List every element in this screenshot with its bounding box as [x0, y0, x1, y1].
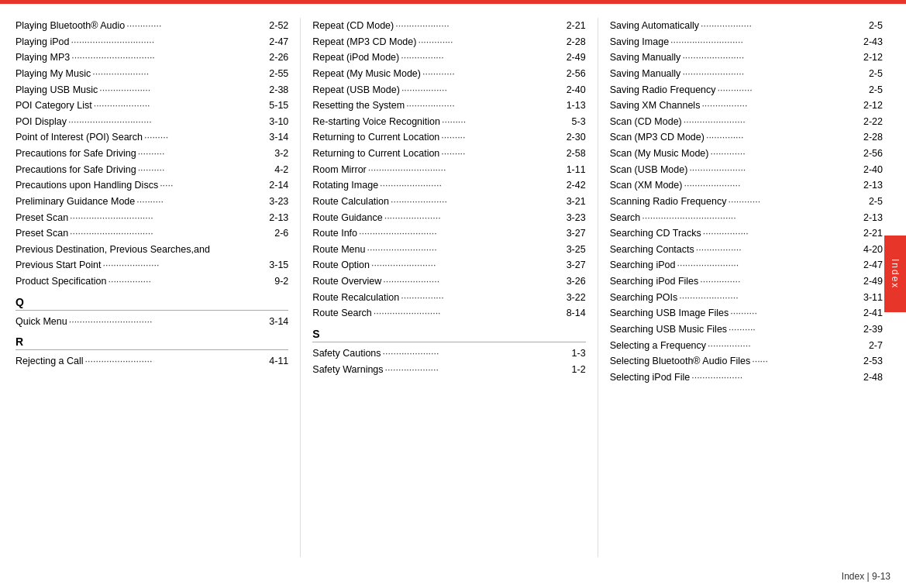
entry-page: 2-5: [869, 66, 883, 82]
entry-dots: ·····: [158, 177, 269, 194]
entry-name: Selecting iPod File: [610, 370, 691, 386]
entry-dots: ··················: [405, 98, 566, 114]
content-area: Playing Bluetooth® Audio·············2-5…: [0, 4, 906, 565]
entry-dots: ·········: [439, 146, 566, 162]
entry-name: Repeat (CD Mode): [312, 18, 394, 34]
list-item: Repeat (My Music Mode)············2-56: [312, 66, 585, 82]
entry-page: 2-40: [567, 82, 586, 98]
entry-dots: ·····························: [367, 162, 567, 178]
list-item: Searching iPod Files···············2-49: [610, 273, 883, 290]
entry-dots: ··········: [136, 162, 275, 178]
list-item: Saving Radio Frequency·············2-5: [610, 82, 883, 98]
entry-name: Saving Radio Frequency: [610, 82, 716, 98]
entry-page: 2-53: [863, 353, 883, 370]
entry-name: Route Search: [312, 305, 371, 322]
list-item: Route Search·························8-1…: [312, 305, 585, 322]
entry-name: Playing Bluetooth® Audio: [16, 18, 125, 34]
list-item: Route Option························3-27: [312, 257, 585, 273]
list-item: Playing My Music·····················2-5…: [16, 66, 288, 82]
list-item: Playing iPod····························…: [16, 34, 288, 50]
list-item: Saving Manually·······················2-…: [610, 50, 883, 66]
entry-name: Searching Contacts: [610, 242, 694, 258]
entry-dots: ·········: [440, 114, 572, 130]
entry-dots: ············: [726, 194, 868, 210]
entry-dots: ························: [370, 257, 567, 273]
list-item: Previous Start Point····················…: [16, 257, 288, 273]
entry-dots: ·······························: [68, 210, 269, 226]
entry-dots: ···················: [98, 82, 269, 98]
entry-page: 3-22: [567, 290, 586, 306]
entry-dots: ···································: [640, 210, 863, 226]
entry-page: 2-42: [567, 177, 586, 194]
entry-page: 3-10: [269, 114, 288, 130]
entry-dots: ······················: [677, 290, 863, 306]
entry-page: 2-13: [863, 210, 883, 226]
entry-dots: ·············: [125, 18, 269, 34]
entry-page: 2-58: [567, 146, 586, 162]
entry-name: Repeat (My Music Mode): [312, 66, 421, 82]
entry-dots: ·················: [400, 82, 567, 98]
entry-name: Searching iPod: [610, 257, 676, 273]
footer-text: Index | 9-13: [842, 571, 890, 582]
list-item: Scan (USB Mode)·····················2-40: [610, 162, 883, 178]
entry-page: 4-20: [863, 242, 883, 258]
entry-page: 2-49: [863, 273, 883, 290]
entry-dots: ·····················: [381, 273, 566, 290]
entry-name: Precautions upon Handling Discs: [16, 177, 158, 194]
index-tab: Index: [884, 236, 906, 312]
entry-name: Searching CD Tracks: [610, 225, 701, 242]
entry-name: Resetting the System: [312, 98, 405, 114]
list-item: Rotating Image·······················2-4…: [312, 177, 585, 194]
list-item: Saving Automatically···················2…: [610, 18, 883, 34]
entry-name: Scanning Radio Frequency: [610, 194, 727, 210]
entry-page: 3-14: [269, 129, 288, 146]
list-item: Scan (CD Mode)·······················2-2…: [610, 114, 883, 130]
entry-page: 3-27: [567, 225, 586, 242]
list-item: Route Info·····························3…: [312, 225, 585, 242]
list-item: Saving Manually·······················2-…: [610, 66, 883, 82]
entry-name: Scan (USB Mode): [610, 162, 688, 178]
entry-dots: ·······················: [378, 177, 567, 194]
list-item: Selecting iPod File···················2-…: [610, 370, 883, 386]
entry-dots: ··········: [135, 194, 269, 210]
entry-name: Playing iPod: [16, 34, 70, 50]
entry-dots: ·········: [439, 129, 566, 146]
entry-page: 2-26: [269, 50, 288, 66]
list-item: Playing Bluetooth® Audio·············2-5…: [16, 18, 288, 34]
entry-name: Route Option: [312, 257, 370, 273]
entry-dots: ··························: [365, 242, 566, 258]
divider-1: [300, 18, 301, 557]
entry-dots: ·················: [701, 225, 863, 242]
entry-name: Safety Cautions: [312, 346, 381, 362]
entry-page: 3-14: [269, 314, 288, 330]
entry-dots: ·················: [694, 242, 863, 258]
entry-name: Point of Interest (POI) Search: [16, 129, 143, 146]
entry-name: Searching iPod Files: [610, 273, 699, 290]
entry-page: 3-11: [863, 290, 883, 306]
list-item: Playing USB Music···················2-38: [16, 82, 288, 98]
entry-dots: ·····························: [357, 225, 567, 242]
entry-dots: ·····················: [389, 194, 567, 210]
entry-dots: ···················: [699, 18, 869, 34]
entry-dots: ·····················: [381, 346, 572, 362]
entry-page: 2-41: [863, 305, 883, 322]
entry-dots: ················: [106, 273, 274, 290]
list-item: Searching POIs······················3-11: [610, 290, 883, 306]
entry-page: 2-28: [567, 34, 586, 50]
entry-dots: ············: [421, 66, 567, 82]
list-item: Precautions for Safe Driving··········3-…: [16, 146, 288, 162]
entry-dots: ···························: [669, 34, 863, 50]
entry-dots: ··········: [136, 146, 275, 162]
list-item: Rejecting a Call························…: [16, 353, 288, 370]
entry-dots: ·····················: [687, 162, 863, 178]
entry-dots: ·········: [143, 129, 269, 146]
entry-name: Previous Start Point: [16, 257, 101, 273]
entry-name: POI Category List: [16, 98, 92, 114]
section-header: R: [16, 335, 288, 350]
entry-dots: ·············: [716, 82, 869, 98]
entry-page: 2-13: [863, 177, 883, 194]
entry-page: 3-27: [567, 257, 586, 273]
list-item: Repeat (iPod Mode)················2-49: [312, 50, 585, 66]
entry-dots: ················: [706, 338, 869, 354]
list-item: Preset Scan·····························…: [16, 210, 288, 226]
